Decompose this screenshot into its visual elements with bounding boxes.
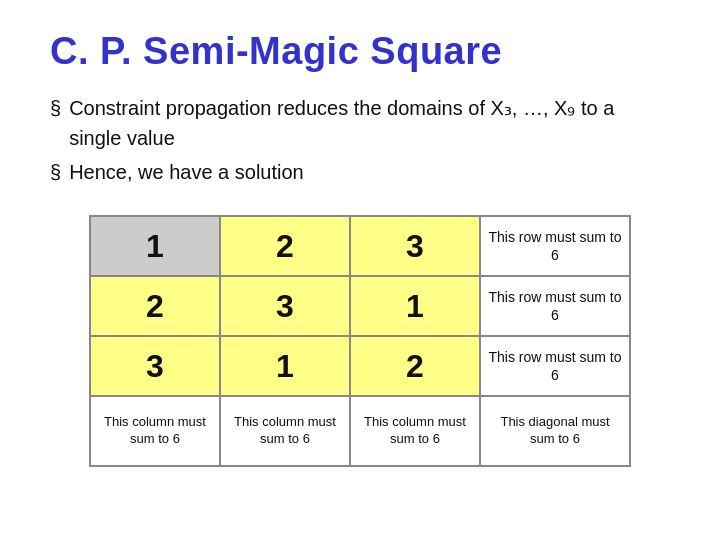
- col-labels-row: This column must sum to 6 This column mu…: [90, 396, 630, 466]
- table-row: 1 2 3 This row must sum to 6: [90, 216, 630, 276]
- row-label-3: This row must sum to 6: [480, 336, 630, 396]
- table-row: 2 3 1 This row must sum to 6: [90, 276, 630, 336]
- cell-r3c3: 2: [350, 336, 480, 396]
- table-row: 3 1 2 This row must sum to 6: [90, 336, 630, 396]
- col-label-3: This column must sum to 6: [350, 396, 480, 466]
- cell-r3c1: 3: [90, 336, 220, 396]
- magic-square-table: 1 2 3 This row must sum to 6 2 3: [89, 215, 631, 467]
- bullet-item-2: § Hence, we have a solution: [50, 157, 670, 187]
- cell-r1c2: 2: [220, 216, 350, 276]
- col-label-1: This column must sum to 6: [90, 396, 220, 466]
- slide: C. P. Semi-Magic Square § Constraint pro…: [0, 0, 720, 540]
- bullet-marker-1: §: [50, 93, 61, 123]
- cell-r2c2: 3: [220, 276, 350, 336]
- cell-r1c1: 1: [90, 216, 220, 276]
- bullet-text-1: Constraint propagation reduces the domai…: [69, 93, 670, 153]
- bullet-marker-2: §: [50, 157, 61, 187]
- col-label-2: This column must sum to 6: [220, 396, 350, 466]
- bullet-list: § Constraint propagation reduces the dom…: [50, 93, 670, 187]
- diag-label: This diagonal must sum to 6: [480, 396, 630, 466]
- row-label-1: This row must sum to 6: [480, 216, 630, 276]
- cell-r2c1: 2: [90, 276, 220, 336]
- bullet-item-1: § Constraint propagation reduces the dom…: [50, 93, 670, 153]
- row-label-2: This row must sum to 6: [480, 276, 630, 336]
- cell-r1c3: 3: [350, 216, 480, 276]
- cell-r2c3: 1: [350, 276, 480, 336]
- bullet-text-2: Hence, we have a solution: [69, 157, 304, 187]
- table-container: 1 2 3 This row must sum to 6 2 3: [50, 215, 670, 467]
- slide-title: C. P. Semi-Magic Square: [50, 30, 670, 73]
- cell-r3c2: 1: [220, 336, 350, 396]
